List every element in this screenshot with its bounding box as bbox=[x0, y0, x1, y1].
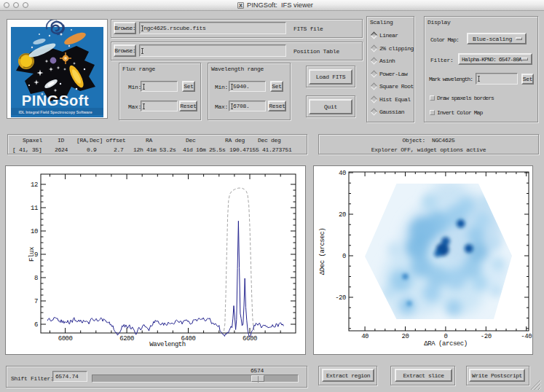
svg-text:Wavelength: Wavelength bbox=[149, 341, 186, 348]
svg-text:6200: 6200 bbox=[119, 335, 134, 342]
svg-text:IDL Integral Field Spectroscop: IDL Integral Field Spectroscopy Software bbox=[18, 110, 92, 114]
svg-text:7: 7 bbox=[34, 298, 38, 305]
svg-text:PINGSoft: PINGSoft bbox=[22, 93, 90, 109]
svg-text:6000: 6000 bbox=[58, 335, 73, 342]
svg-text:40: 40 bbox=[339, 170, 346, 177]
svg-text:11: 11 bbox=[31, 205, 38, 212]
svg-text:20: 20 bbox=[339, 211, 346, 219]
svg-text:0: 0 bbox=[444, 333, 447, 340]
svg-text:-40: -40 bbox=[521, 333, 532, 340]
svg-text:Flux: Flux bbox=[28, 247, 36, 262]
svg-text:ΔDec (arcsec): ΔDec (arcsec) bbox=[319, 228, 326, 275]
svg-text:12: 12 bbox=[31, 181, 38, 189]
svg-text:40: 40 bbox=[361, 333, 368, 340]
svg-text:6600: 6600 bbox=[243, 335, 257, 342]
svg-text:-20: -20 bbox=[335, 294, 346, 302]
svg-text:6: 6 bbox=[34, 321, 38, 329]
svg-text:10: 10 bbox=[31, 228, 38, 235]
svg-text:0: 0 bbox=[342, 253, 346, 260]
svg-text:-20: -20 bbox=[481, 333, 492, 340]
svg-text:20: 20 bbox=[402, 333, 409, 340]
svg-text:8: 8 bbox=[34, 275, 38, 282]
svg-text:ΔRA (arcsec): ΔRA (arcsec) bbox=[424, 340, 467, 348]
